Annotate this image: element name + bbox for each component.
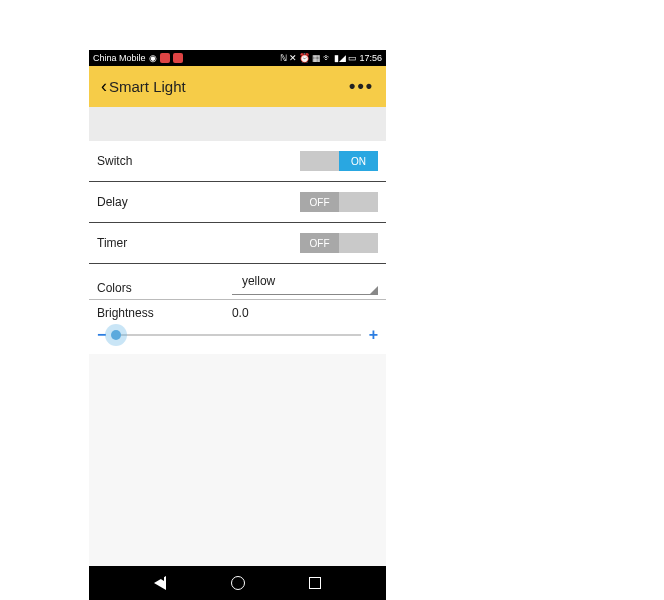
switch-toggle[interactable]: ON <box>300 151 378 171</box>
colors-row: Colors yellow <box>89 264 386 300</box>
switch-row: Switch ON <box>89 141 386 182</box>
phone-frame: China Mobile ◉ ℕ ✕ ⏰ ▦ ᯤ ▮◢ ▭ 17:56 ‹ Sm… <box>89 50 386 600</box>
nav-home-icon[interactable] <box>231 576 245 590</box>
empty-area <box>89 354 386 566</box>
delay-label: Delay <box>97 195 128 209</box>
wifi-icon: ᯤ <box>323 53 332 63</box>
dropdown-icon <box>370 286 378 294</box>
delay-toggle[interactable]: OFF <box>300 192 378 212</box>
switch-label: Switch <box>97 154 132 168</box>
delay-on-seg <box>339 192 378 212</box>
delay-row: Delay OFF <box>89 182 386 223</box>
status-app-icon <box>160 53 170 63</box>
brightness-label: Brightness <box>97 306 232 320</box>
clock-label: 17:56 <box>359 53 382 63</box>
status-sim-icon: ◉ <box>149 53 157 63</box>
switch-on-seg: ON <box>339 151 378 171</box>
timer-row: Timer OFF <box>89 223 386 264</box>
sub-header <box>89 107 386 141</box>
alarm-icon: ⏰ <box>299 53 310 63</box>
back-icon[interactable]: ‹ <box>101 76 107 97</box>
brightness-row: Brightness 0.0 <box>89 300 386 322</box>
signal-icon: ▮◢ <box>334 53 346 63</box>
nav-back-icon[interactable] <box>154 576 166 590</box>
hd-icon: ▦ <box>312 53 321 63</box>
mute-icon: ✕ <box>289 53 297 63</box>
colors-dropdown[interactable]: yellow <box>232 274 378 295</box>
nav-recent-icon[interactable] <box>309 577 321 589</box>
app-header: ‹ Smart Light ••• <box>89 66 386 107</box>
brightness-value: 0.0 <box>232 306 249 320</box>
timer-on-seg <box>339 233 378 253</box>
colors-label: Colors <box>97 281 232 295</box>
slider-plus-button[interactable]: + <box>369 326 378 344</box>
delay-off-seg: OFF <box>300 192 339 212</box>
timer-off-seg: OFF <box>300 233 339 253</box>
slider-thumb[interactable] <box>105 324 127 346</box>
android-nav-bar <box>89 566 386 600</box>
carrier-label: China Mobile <box>93 53 146 63</box>
brightness-slider[interactable] <box>114 334 360 336</box>
brightness-slider-row: − + <box>89 322 386 354</box>
timer-label: Timer <box>97 236 127 250</box>
page-title: Smart Light <box>109 78 186 95</box>
battery-icon: ▭ <box>348 53 357 63</box>
switch-off-seg <box>300 151 339 171</box>
status-bar: China Mobile ◉ ℕ ✕ ⏰ ▦ ᯤ ▮◢ ▭ 17:56 <box>89 50 386 66</box>
status-app-icon <box>173 53 183 63</box>
colors-value: yellow <box>232 274 275 288</box>
content: Switch ON Delay OFF Timer OFF Colors yel… <box>89 141 386 354</box>
more-button[interactable]: ••• <box>349 76 374 97</box>
timer-toggle[interactable]: OFF <box>300 233 378 253</box>
nfc-icon: ℕ <box>280 53 287 63</box>
